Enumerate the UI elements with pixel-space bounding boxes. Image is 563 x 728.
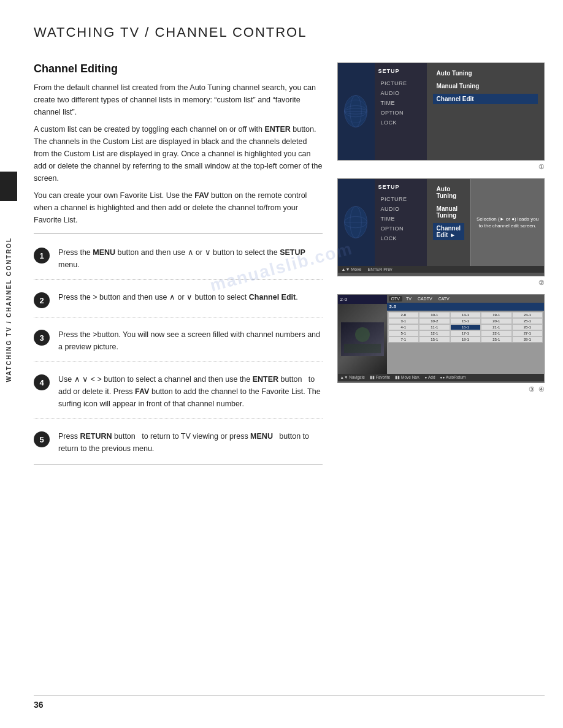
screen-2-container: SETUP PICTURE AUDIO TIME OPTION LOCK Aut…: [337, 178, 545, 288]
screen-3-grid: 2-0 10-1 14-1 19-1 24-1 3-1 10-2 15-1 20…: [387, 311, 544, 374]
tab-tv: TV: [404, 296, 414, 301]
screen-1-left-menu: SETUP PICTURE AUDIO TIME OPTION LOCK: [375, 63, 427, 160]
sidebar-label: WATCHING TV / CHANNEL CONTROL: [0, 190, 17, 429]
screen-2-left-menu: SETUP PICTURE AUDIO TIME OPTION LOCK: [375, 179, 427, 266]
screen-3-image: 2-0: [337, 294, 545, 383]
step-4: 4 Use ∧ ∨ < > button to select a channel…: [34, 368, 323, 412]
page-number: 36: [34, 700, 44, 710]
submenu-channel-edit: Channel Edit: [433, 94, 538, 104]
step-5-number: 5: [34, 431, 50, 447]
screen-1-badge: ①: [337, 163, 545, 171]
submenu-auto-tuning: Auto Tuning: [433, 68, 538, 78]
screen-1-right-menu: Auto Tuning Manual Tuning Channel Edit: [427, 63, 544, 160]
step-3: 3 Press the >button. You will now see a …: [34, 324, 323, 355]
screen-2-badge: ②: [337, 279, 545, 287]
intro-paragraph-2: A custom list can be created by toggling…: [34, 123, 323, 184]
screen-2-panel-text: Selection (► or ●) leads you to the chan…: [475, 216, 540, 229]
menu-item-option: OPTION: [378, 108, 423, 117]
screen-1-container: SETUP PICTURE AUDIO TIME OPTION LOCK Aut…: [337, 63, 545, 172]
two-column-layout: Channel Editing From the default channel…: [34, 63, 545, 472]
screen-3-channel-label: 2-0: [338, 295, 387, 304]
bottom-rule: [34, 696, 545, 696]
menu-item-audio: AUDIO: [378, 89, 423, 97]
step-1: 1 Press the MENU button and then use ∧ o…: [34, 241, 323, 273]
screen-3-container: 2-0: [337, 294, 545, 393]
screen-3-selected-channel: 2-0: [387, 303, 544, 311]
step-2-number: 2: [34, 292, 50, 308]
screen-1-image: SETUP PICTURE AUDIO TIME OPTION LOCK Aut…: [337, 63, 545, 161]
step-3-text: Press the >button. You will now see a sc…: [58, 328, 323, 353]
svg-point-12: [355, 327, 370, 342]
divider-end: [34, 464, 323, 465]
screen-2-right-menu: Auto Tuning Manual Tuning Channel Edit ►: [427, 179, 470, 266]
screen-4-badge: ④: [538, 385, 545, 393]
tab-otv: OTV: [389, 296, 402, 301]
step-4-text: Use ∧ ∨ < > button to select a channel a…: [58, 373, 323, 410]
divider-step-2: [34, 317, 323, 317]
main-content: WATCHING TV / CHANNEL CONTROL Channel Ed…: [34, 0, 545, 472]
tab-catv: CATV: [436, 296, 452, 301]
screen-34-badges: ③ ④: [337, 385, 545, 393]
step-5: 5 Press RETURN button to return to TV vi…: [34, 425, 323, 457]
screen-3-thumbnail: 2-0: [338, 295, 387, 374]
screen-2-image: SETUP PICTURE AUDIO TIME OPTION LOCK Aut…: [337, 178, 545, 276]
tab-cadtv: CADTV: [415, 296, 435, 301]
menu-item-lock: LOCK: [378, 118, 423, 127]
intro-paragraph-3: You can create your own Favorite List. U…: [34, 189, 323, 226]
step-1-text: Press the MENU button and then use ∧ or …: [58, 246, 323, 271]
left-column: Channel Editing From the default channel…: [34, 63, 323, 472]
divider-1: [34, 233, 323, 234]
screen-1-bottom-bar: ▲▼ Move ENTER Prev: [338, 160, 544, 161]
right-column: SETUP PICTURE AUDIO TIME OPTION LOCK Aut…: [337, 63, 545, 393]
step-3-number: 3: [34, 330, 50, 346]
intro-paragraph-1: From the default channel list created fr…: [34, 82, 323, 118]
step-4-number: 4: [34, 374, 50, 390]
screen-2-bottom-bar: ▲▼ Move ENTER Prev: [338, 266, 544, 273]
screen-2-panel: Selection (► or ●) leads you to the chan…: [470, 179, 544, 266]
screen-3-badge: ③: [529, 385, 535, 393]
page-title: WATCHING TV / CHANNEL CONTROL: [34, 25, 545, 44]
submenu-manual-tuning: Manual Tuning: [433, 81, 538, 91]
step-1-number: 1: [34, 248, 50, 264]
section-heading: Channel Editing: [34, 63, 323, 75]
grid-cell: 2-0: [388, 312, 419, 318]
screen-3-preview: [338, 304, 387, 374]
screen-3-channel-grid: OTV TV CADTV CATV 2-0 2-0 10-1: [387, 295, 544, 374]
screen-3-bottom-bar: ▲▼ Navigate ▮▮ Favorite ▮▮ Move Nav. ● A…: [338, 374, 544, 381]
step-2: 2 Press the > button and then use ∧ or ∨…: [34, 286, 323, 311]
menu-item-picture: PICTURE: [378, 79, 423, 88]
menu-item-time: TIME: [378, 99, 423, 107]
divider-step-4: [34, 419, 323, 419]
step-2-text: Press the > button and then use ∧ or ∨ b…: [58, 291, 323, 303]
divider-step-1: [34, 279, 323, 280]
step-5-text: Press RETURN button to return to TV view…: [58, 430, 323, 455]
screen-2-globe: [338, 179, 375, 266]
screen-1-globe: [338, 63, 375, 160]
screen-3-tabs: OTV TV CADTV CATV: [387, 295, 544, 303]
divider-step-3: [34, 362, 323, 362]
svg-rect-13: [344, 344, 381, 353]
